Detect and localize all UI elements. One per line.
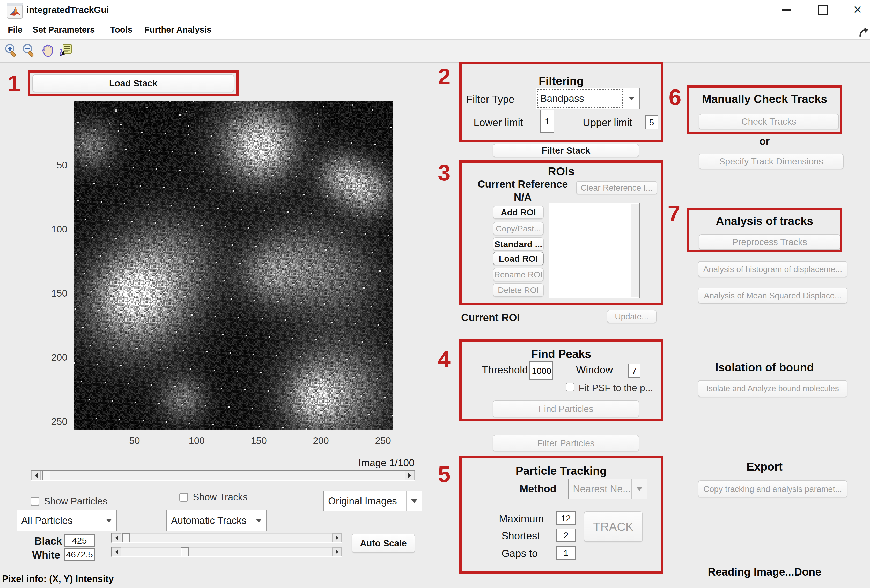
pan-hand-icon[interactable] [40,43,55,58]
preprocess-tracks-button[interactable]: Preprocess Tracks [699,234,840,250]
particles-filter-dropdown[interactable]: All Particles [16,510,117,531]
maximize-button[interactable] [810,1,835,18]
y-axis-tick: 250 [42,416,67,427]
annotation-number-5: 5 [438,463,450,486]
frame-counter-label: Image 1/100 [334,457,414,469]
annotation-number-4: 4 [438,347,450,370]
frame-slider-right-arrow[interactable] [405,471,414,480]
microscopy-noise-canvas [74,101,393,430]
dock-figure-arrow-icon[interactable] [859,27,869,38]
window-field[interactable] [628,364,641,377]
chevron-down-icon [251,511,266,531]
method-value: Nearest Ne... [569,480,632,499]
lower-limit-field[interactable] [540,110,554,133]
white-slider-right-arrow[interactable] [332,547,342,557]
specify-track-dimensions-button[interactable]: Specify Track Dimensions [699,154,843,169]
show-tracks-label: Show Tracks [193,492,248,503]
black-slider-thumb[interactable] [122,533,130,542]
delete-roi-button[interactable]: Delete ROI [493,284,544,297]
frame-slider-left-arrow[interactable] [31,471,41,480]
close-button[interactable]: ✕ [845,1,870,18]
filter-particles-button[interactable]: Filter Particles [493,435,639,451]
x-axis-tick: 100 [184,435,210,446]
black-slider-left-arrow[interactable] [112,533,121,542]
black-level-field[interactable] [64,534,95,546]
white-slider-thumb[interactable] [181,547,189,557]
auto-scale-button[interactable]: Auto Scale [352,534,415,553]
method-dropdown[interactable]: Nearest Ne... [568,479,648,499]
copy-paste-roi-button[interactable]: Copy/Past... [493,222,544,235]
display-mode-dropdown[interactable]: Original Images [323,491,422,511]
data-cursor-icon[interactable] [58,43,73,58]
fit-psf-label: Fit PSF to the p... [579,383,653,393]
check-tracks-button[interactable]: Check Tracks [699,114,839,129]
show-particles-label: Show Particles [44,496,107,507]
load-stack-button[interactable]: Load Stack [32,74,234,92]
isolation-title: Isolation of bound [687,361,842,374]
maximum-field[interactable] [556,511,576,525]
fit-psf-checkbox[interactable] [566,383,575,392]
zoom-in-icon[interactable] [4,43,19,58]
menu-bar: File Set Parameters Tools Further Analys… [0,21,870,40]
pixel-info-status: Pixel info: (X, Y) Intensity [2,573,113,584]
frame-slider[interactable] [31,470,415,481]
white-level-label: White [32,549,60,561]
annotation-number-7: 7 [667,202,680,225]
integrated-track-gui-window: integratedTrackGui ✕ File Set Parameters… [0,0,870,588]
or-label: or [687,135,842,147]
method-label: Method [520,483,556,494]
filter-type-label: Filter Type [466,94,514,105]
annotation-number-3: 3 [438,161,450,184]
show-tracks-checkbox[interactable] [179,493,188,502]
current-reference-label: Current Reference [463,178,582,190]
roi-listbox[interactable] [548,203,640,298]
white-level-field[interactable] [64,548,95,561]
filter-type-value: Bandpass [536,88,624,108]
menu-further-analysis[interactable]: Further Analysis [141,23,215,36]
white-slider-left-arrow[interactable] [112,547,121,557]
x-axis-tick: 50 [122,435,147,446]
copy-parameters-button[interactable]: Copy tracking and analysis paramet... [698,480,848,497]
filter-type-dropdown[interactable]: Bandpass [536,88,640,109]
filter-stack-button[interactable]: Filter Stack [493,144,639,157]
title-bar: integratedTrackGui ✕ [0,0,870,21]
figure-toolbar [0,40,870,63]
y-axis-tick: 200 [42,352,67,363]
analysis-title: Analysis of tracks [687,215,842,227]
load-roi-button[interactable]: Load ROI [493,252,544,265]
minimize-button[interactable] [774,1,799,18]
analysis-msd-button[interactable]: Analysis of Mean Squared Displace... [698,288,848,304]
show-particles-checkbox[interactable] [31,497,39,506]
update-roi-button[interactable]: Update... [607,310,657,323]
analysis-histogram-button[interactable]: Analysis of histogram of displaceme... [698,261,848,277]
upper-limit-field[interactable] [645,115,658,129]
rename-roi-button[interactable]: Rename ROI [493,268,544,281]
frame-slider-thumb[interactable] [42,471,50,480]
display-mode-value: Original Images [324,491,406,511]
roi-listbox-scrollbar[interactable] [631,204,639,297]
check-tracks-title: Manually Check Tracks [687,92,842,105]
gaps-label: Gaps to [502,548,538,559]
add-roi-button[interactable]: Add ROI [493,206,544,219]
track-button[interactable]: TRACK [584,511,643,542]
filtering-title: Filtering [459,74,663,88]
chevron-down-icon [632,480,647,499]
black-slider-right-arrow[interactable] [332,533,342,542]
black-level-slider[interactable] [111,533,343,543]
menu-file[interactable]: File [4,23,26,36]
shortest-field[interactable] [556,529,576,542]
menu-set-parameters[interactable]: Set Parameters [29,23,98,36]
tracks-mode-dropdown[interactable]: Automatic Tracks [166,510,267,531]
white-level-slider[interactable] [111,546,343,557]
threshold-field[interactable] [529,361,553,380]
menu-tools[interactable]: Tools [107,23,136,36]
gaps-field[interactable] [556,546,576,560]
x-axis-tick: 250 [370,435,396,446]
isolate-bound-molecules-button[interactable]: Isolate and Analyze bound molecules [698,380,848,397]
clear-reference-button[interactable]: Clear Reference I... [576,181,657,195]
microscopy-image[interactable] [74,101,393,430]
current-reference-value: N/A [463,192,582,203]
standard-roi-button[interactable]: Standard ... [493,238,544,251]
zoom-out-icon[interactable] [21,43,36,58]
find-particles-button[interactable]: Find Particles [493,400,639,417]
